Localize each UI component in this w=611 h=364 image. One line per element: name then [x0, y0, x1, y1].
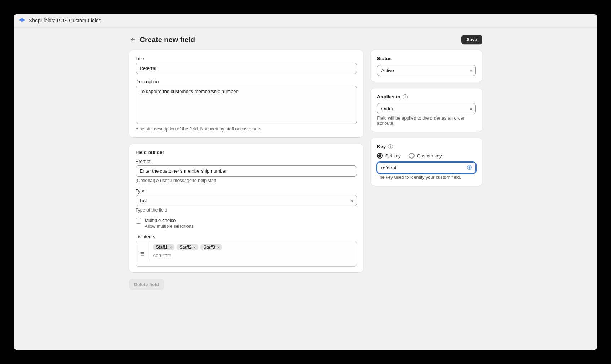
list-item-tag: Staff2×	[177, 244, 198, 250]
list-item-tag: Staff1×	[153, 244, 174, 250]
key-input[interactable]	[377, 162, 476, 173]
app-title: ShopFields: POS Custom Fields	[29, 18, 101, 23]
radio-custom-key[interactable]: Custom key	[409, 153, 442, 159]
type-label: Type	[136, 188, 357, 194]
page-content: Create new field Save Title Description …	[129, 28, 482, 305]
multiple-choice-checkbox[interactable]	[136, 218, 141, 224]
applies-to-help: Field will be applied to the order as an…	[377, 116, 476, 126]
radio-icon	[409, 153, 415, 159]
svg-rect-7	[469, 167, 470, 168]
radio-custom-key-label: Custom key	[417, 153, 442, 159]
type-select[interactable]: List	[136, 195, 357, 206]
svg-rect-2	[140, 252, 144, 253]
tag-remove-icon[interactable]: ×	[217, 245, 220, 250]
svg-rect-3	[140, 253, 144, 254]
radio-set-key-label: Set key	[385, 153, 401, 159]
list-item-tag: Staff3×	[200, 244, 222, 250]
type-help: Type of the field	[136, 208, 357, 213]
applies-to-card: Applies to i Order Field will be applied…	[371, 88, 482, 132]
add-item-input[interactable]	[153, 253, 353, 258]
title-card: Title Description To capture the custome…	[129, 50, 363, 137]
password-key-icon[interactable]	[466, 164, 472, 171]
drag-handle-icon[interactable]	[136, 241, 149, 266]
radio-icon	[377, 153, 383, 159]
field-builder-card: Field builder Prompt (Optional) A useful…	[129, 144, 363, 272]
description-help: A helpful description of the field. Not …	[136, 126, 357, 132]
tag-label: Staff3	[204, 245, 215, 250]
save-button[interactable]: Save	[461, 35, 482, 44]
field-builder-heading: Field builder	[136, 150, 357, 155]
info-icon[interactable]: i	[388, 144, 393, 149]
delete-field-button[interactable]: Delete field	[129, 279, 164, 290]
list-items-box: Staff1×Staff2×Staff3×	[136, 241, 357, 267]
key-card: Key i Set key Custom key	[371, 138, 482, 186]
description-label: Description	[136, 79, 357, 84]
page-title: Create new field	[140, 36, 195, 44]
applies-to-heading: Applies to	[377, 94, 400, 99]
key-help: The key used to identify your custom fie…	[377, 175, 476, 180]
multiple-choice-help: Allow multiple selections	[145, 224, 194, 229]
back-arrow-icon[interactable]	[129, 36, 136, 43]
prompt-label: Prompt	[136, 159, 357, 164]
key-heading: Key	[377, 144, 386, 149]
app-window: ShopFields: POS Custom Fields Create new…	[14, 14, 597, 350]
description-input[interactable]: To capture the customer's membership num…	[136, 86, 357, 124]
tag-remove-icon[interactable]: ×	[169, 245, 172, 250]
title-label: Title	[136, 56, 357, 61]
app-logo-icon	[19, 17, 25, 24]
status-select[interactable]: Active	[377, 65, 476, 76]
prompt-input[interactable]	[136, 165, 357, 177]
tag-remove-icon[interactable]: ×	[193, 245, 196, 250]
prompt-help: (Optional) A useful message to help staf…	[136, 178, 357, 183]
applies-to-select[interactable]: Order	[377, 103, 476, 114]
tag-label: Staff1	[156, 245, 168, 250]
title-input[interactable]	[136, 63, 357, 74]
info-icon[interactable]: i	[403, 94, 408, 99]
tag-label: Staff2	[180, 245, 191, 250]
radio-set-key[interactable]: Set key	[377, 153, 401, 159]
svg-rect-4	[140, 255, 144, 255]
page-header: Create new field Save	[129, 35, 482, 50]
status-heading: Status	[377, 56, 476, 61]
list-items-label: List items	[136, 234, 357, 239]
status-card: Status Active	[371, 50, 482, 82]
app-header: ShopFields: POS Custom Fields	[14, 14, 597, 28]
multiple-choice-label: Multiple choice	[145, 218, 194, 223]
